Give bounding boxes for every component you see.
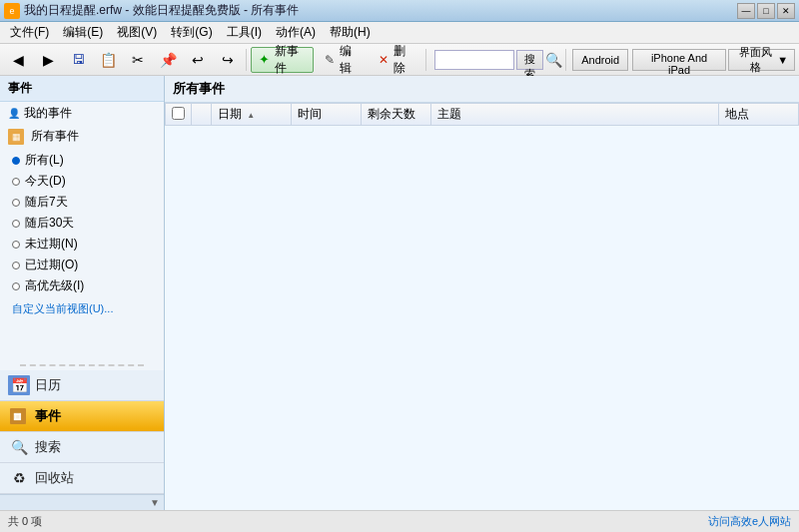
undo-button[interactable]: ↩ <box>184 47 212 73</box>
nav-events-label: 事件 <box>35 407 61 425</box>
filter-expired-label: 已过期(O) <box>25 257 78 273</box>
filter-today-radio <box>12 178 20 186</box>
undo-icon: ↩ <box>190 52 206 68</box>
col-icon-header <box>192 104 212 126</box>
select-all-checkbox[interactable] <box>172 107 185 120</box>
col-location-label: 地点 <box>725 107 749 121</box>
search-nav-icon: 🔍 <box>8 437 30 457</box>
nav-trash[interactable]: ♻ 回收站 <box>0 463 164 494</box>
nav-more-arrow: ▼ <box>150 497 160 508</box>
events-grid-icon: ▦ <box>10 408 26 424</box>
android-button[interactable]: Android <box>572 49 628 71</box>
menu-view[interactable]: 视图(V) <box>111 22 163 43</box>
col-time-header: 时间 <box>292 104 362 126</box>
delete-label: 删除 <box>394 43 415 77</box>
col-subject-label: 主题 <box>437 107 461 121</box>
toolbar-separator-2 <box>425 49 426 71</box>
edit-button[interactable]: ✎ 编辑 <box>316 47 368 73</box>
nav-calendar-label: 日历 <box>35 376 61 394</box>
paste-button[interactable]: 📌 <box>154 47 182 73</box>
filter-notexpired[interactable]: 未过期(N) <box>0 234 164 255</box>
iphone-ipad-button[interactable]: iPhone And iPad <box>632 49 726 71</box>
sidebar-divider <box>20 364 144 366</box>
nav-more-button[interactable]: ▼ <box>0 494 164 510</box>
menu-action[interactable]: 动作(A) <box>270 22 322 43</box>
status-count: 共 0 项 <box>8 514 42 529</box>
back-button[interactable]: ◀ <box>4 47 32 73</box>
iphone-ipad-label: iPhone And iPad <box>651 52 707 76</box>
col-remain-label: 剩余天数 <box>368 107 415 121</box>
toolbar: ◀ ▶ 🖫 📋 ✂ 📌 ↩ ↪ ✦ 新事件 ✎ 编辑 ✕ 删除 搜索 <box>0 44 799 76</box>
minimize-button[interactable]: — <box>737 3 755 19</box>
search-input[interactable] <box>434 50 514 70</box>
save-button[interactable]: 🖫 <box>64 47 92 73</box>
filter-expired[interactable]: 已过期(O) <box>0 255 164 275</box>
filter-notexpired-radio <box>12 241 20 249</box>
all-events-category[interactable]: ▦ 所有事件 <box>0 125 164 148</box>
filter-next7[interactable]: 随后7天 <box>0 192 164 213</box>
cut-button[interactable]: ✂ <box>124 47 152 73</box>
main-layout: 事件 👤 我的事件 ▦ 所有事件 所有(L) <box>0 76 799 510</box>
menu-help[interactable]: 帮助(H) <box>324 22 377 43</box>
col-date-header[interactable]: 日期 ▲ <box>212 104 292 126</box>
forward-button[interactable]: ▶ <box>34 47 62 73</box>
table-header-row: 日期 ▲ 时间 剩余天数 主题 地点 <box>166 104 799 126</box>
events-table-scroll[interactable]: 日期 ▲ 时间 剩余天数 主题 地点 <box>165 103 799 510</box>
app-icon: e <box>4 3 20 19</box>
menu-goto[interactable]: 转到(G) <box>165 22 218 43</box>
filter-all[interactable]: 所有(L) <box>0 150 164 171</box>
menu-bar: 文件(F) 编辑(E) 视图(V) 转到(G) 工具(I) 动作(A) 帮助(H… <box>0 22 799 44</box>
col-date-label: 日期 <box>218 107 242 121</box>
forward-icon: ▶ <box>40 52 56 68</box>
menu-file[interactable]: 文件(F) <box>4 22 55 43</box>
nav-search[interactable]: 🔍 搜索 <box>0 432 164 463</box>
sidebar-section: 事件 👤 我的事件 ▦ 所有事件 所有(L) <box>0 76 164 360</box>
filter-next30-label: 随后30天 <box>25 215 74 232</box>
nav-trash-label: 回收站 <box>35 469 74 487</box>
style-arrow-icon: ▼ <box>777 54 788 66</box>
nav-events[interactable]: ▦ 事件 <box>0 401 164 432</box>
copy-icon: 📋 <box>100 52 116 68</box>
copy-button[interactable]: 📋 <box>94 47 122 73</box>
filter-highpri[interactable]: 高优先级(I) <box>0 275 164 296</box>
my-events-icon: 👤 <box>8 108 20 119</box>
search-button[interactable]: 搜索 <box>516 50 543 70</box>
custom-view-link[interactable]: 自定义当前视图(U)... <box>0 298 164 319</box>
close-button[interactable]: ✕ <box>777 3 795 19</box>
filter-next30[interactable]: 随后30天 <box>0 213 164 234</box>
new-event-button[interactable]: ✦ 新事件 <box>251 47 314 73</box>
calendar-nav-icon: 📅 <box>8 375 30 395</box>
nav-calendar[interactable]: 📅 日历 <box>0 370 164 401</box>
filter-list: 所有(L) 今天(D) 随后7天 随后30天 未过期(N) <box>0 148 164 298</box>
my-events-category[interactable]: 👤 我的事件 <box>0 102 164 125</box>
sidebar: 事件 👤 我的事件 ▦ 所有事件 所有(L) <box>0 76 165 510</box>
window-controls: — □ ✕ <box>737 3 795 19</box>
filter-next30-radio <box>12 220 20 228</box>
filter-notexpired-label: 未过期(N) <box>25 236 78 253</box>
maximize-button[interactable]: □ <box>757 3 775 19</box>
style-button[interactable]: 界面风格 ▼ <box>728 49 795 71</box>
events-nav-icon: ▦ <box>8 406 30 426</box>
filter-next7-radio <box>12 199 20 207</box>
redo-button[interactable]: ↪ <box>214 47 242 73</box>
filter-today-label: 今天(D) <box>25 173 66 190</box>
content-header: 所有事件 <box>165 76 799 103</box>
title-bar: e 我的日程提醒.erfw - 效能日程提醒免费版 - 所有事件 — □ ✕ <box>0 0 799 22</box>
filter-all-radio <box>12 157 20 165</box>
content-area: 所有事件 日期 ▲ 时间 <box>165 76 799 510</box>
search-icon: 🔍 <box>545 52 561 68</box>
filter-highpri-label: 高优先级(I) <box>25 277 84 294</box>
android-label: Android <box>581 54 619 66</box>
trash-nav-icon: ♻ <box>8 468 30 488</box>
website-link[interactable]: 访问高效e人网站 <box>708 514 791 529</box>
toolbar-separator-1 <box>246 49 247 71</box>
paste-icon: 📌 <box>160 52 176 68</box>
menu-tools[interactable]: 工具(I) <box>221 22 268 43</box>
search-area: 搜索 🔍 <box>434 50 561 70</box>
menu-edit[interactable]: 编辑(E) <box>57 22 109 43</box>
new-event-label: 新事件 <box>275 43 308 77</box>
filter-today[interactable]: 今天(D) <box>0 171 164 192</box>
edit-label: 编辑 <box>340 43 362 77</box>
back-icon: ◀ <box>10 52 26 68</box>
delete-button[interactable]: ✕ 删除 <box>370 47 421 73</box>
